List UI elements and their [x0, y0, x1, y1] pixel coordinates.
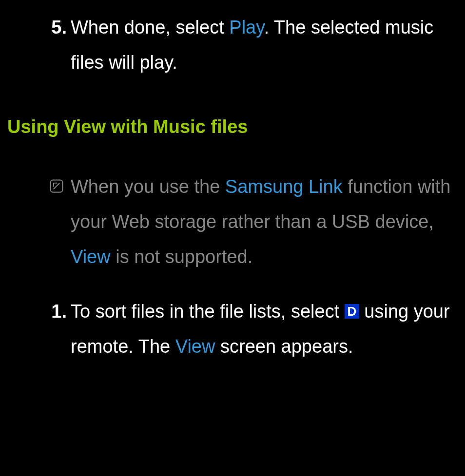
step1-highlight-view: View	[175, 336, 215, 357]
list-item-5: 5. When done, select Play. The selected …	[7, 10, 458, 80]
svg-line-1	[54, 183, 60, 189]
step-item-1: 1. To sort files in the file lists, sele…	[7, 294, 458, 364]
note-icon	[7, 169, 71, 275]
list-number-5: 5.	[7, 10, 71, 80]
step-content-1: To sort files in the file lists, select …	[71, 294, 458, 364]
step1-text-after: screen appears.	[215, 336, 353, 357]
note-text-after: is not supported.	[111, 247, 253, 267]
note-content: When you use the Samsung Link function w…	[71, 169, 458, 275]
item5-highlight-play: Play	[229, 17, 264, 38]
note-item: When you use the Samsung Link function w…	[7, 169, 458, 275]
note-highlight-view: View	[71, 247, 111, 267]
section-heading: Using View with Music files	[7, 109, 458, 144]
item5-text-before: When done, select	[71, 17, 229, 38]
list-content-5: When done, select Play. The selected mus…	[71, 10, 458, 80]
step-number-1: 1.	[7, 294, 71, 364]
d-button-icon: D	[345, 304, 359, 319]
note-highlight-samsung-link: Samsung Link	[225, 176, 343, 197]
step1-text-before: To sort files in the file lists, select	[71, 301, 345, 322]
note-text-before: When you use the	[71, 176, 225, 197]
